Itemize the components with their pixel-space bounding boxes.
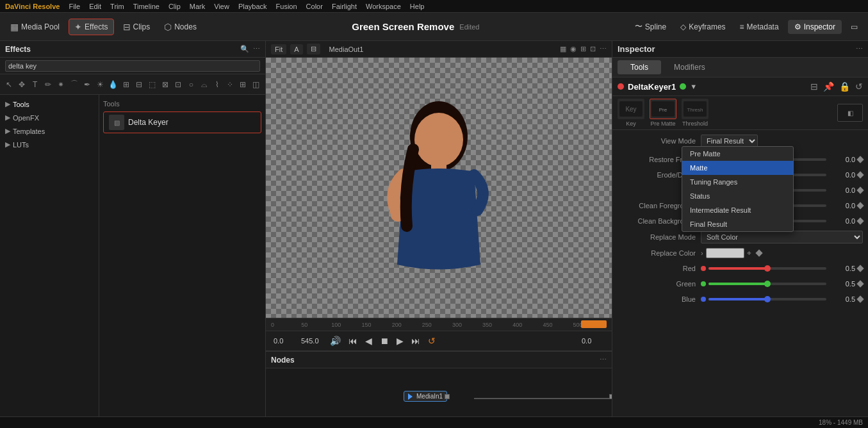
lock-node-icon[interactable]: 🔒 xyxy=(839,81,850,92)
replace-color-keyframe[interactable] xyxy=(755,249,762,256)
curve-tool[interactable]: ⌓ xyxy=(199,77,209,92)
circle-mask-tool[interactable]: ○ xyxy=(186,77,196,92)
thumb-threshold[interactable]: Thresh Threshold xyxy=(682,99,708,127)
clean-bg-keyframe[interactable] xyxy=(856,217,864,224)
green-track[interactable] xyxy=(708,283,826,285)
preview-fit-icon[interactable]: ⊡ xyxy=(590,45,596,53)
erode-dilate-keyframe[interactable] xyxy=(856,171,864,178)
blur-keyframe[interactable] xyxy=(856,186,864,193)
tree-item-tools[interactable]: ▶ Tools xyxy=(0,97,99,111)
red-track[interactable] xyxy=(708,267,826,270)
dropdown-intermediate-result[interactable]: Intermediate Result xyxy=(682,203,793,217)
pen-tool[interactable]: ✒ xyxy=(82,77,92,92)
menu-fairlight[interactable]: Fairlight xyxy=(332,3,357,10)
restore-fringe-keyframe[interactable] xyxy=(856,156,864,163)
thumb-key[interactable]: Key Key xyxy=(618,99,644,127)
media-pool-button[interactable]: ▦ Media Pool xyxy=(5,19,65,35)
replace-color-swatch[interactable] xyxy=(706,248,744,258)
menu-edit[interactable]: Edit xyxy=(89,3,101,10)
move-tool[interactable]: ✥ xyxy=(17,77,27,92)
fill-tool[interactable]: ⊠ xyxy=(160,77,170,92)
menu-view[interactable]: View xyxy=(214,3,229,10)
dropdown-tuning-ranges[interactable]: Tuning Ranges xyxy=(682,175,793,189)
effects-search-input[interactable] xyxy=(5,60,260,72)
green-thumb[interactable] xyxy=(764,281,771,287)
eyedropper-icon[interactable]: ⌖ xyxy=(744,247,754,259)
monitor-icon-button[interactable]: ▭ xyxy=(846,20,863,34)
tree-item-luts[interactable]: ▶ LUTs xyxy=(0,138,99,151)
tree-item-openfx[interactable]: ▶ OpenFX xyxy=(0,111,99,124)
effects-search-icon[interactable]: 🔍 xyxy=(240,45,249,53)
menu-file[interactable]: File xyxy=(69,3,80,10)
eraser-tool[interactable]: ◫ xyxy=(251,77,261,92)
grid-tool[interactable]: ⊞ xyxy=(238,77,248,92)
mask-tool[interactable]: ⬚ xyxy=(147,77,157,92)
preview-toggle-a[interactable]: A xyxy=(290,44,302,54)
spline-button[interactable]: 〜 Spline xyxy=(630,19,671,35)
select-tool[interactable]: ↖ xyxy=(4,77,14,92)
skip-to-end-btn[interactable]: ⏭ xyxy=(410,334,422,347)
nodes-more-icon[interactable]: ⋯ xyxy=(600,356,607,364)
menu-clip[interactable]: Clip xyxy=(168,3,181,10)
green-keyframe[interactable] xyxy=(856,280,864,287)
drop-tool[interactable]: 💧 xyxy=(108,77,118,92)
green-slider[interactable] xyxy=(701,281,826,286)
clips-button[interactable]: ⊟ Clips xyxy=(118,19,156,35)
dropdown-pre-matte[interactable]: Pre Matte xyxy=(682,147,793,161)
clean-fg-keyframe[interactable] xyxy=(856,202,864,209)
inspector-more-icon[interactable]: ⋯ xyxy=(856,45,863,53)
scatter-tool[interactable]: ⁘ xyxy=(225,77,235,92)
play-fwd-btn[interactable]: ▶ xyxy=(395,334,405,347)
menu-trim[interactable]: Trim xyxy=(110,3,124,10)
menu-workspace[interactable]: Workspace xyxy=(366,3,401,10)
paint-tool[interactable]: ✏ xyxy=(43,77,53,92)
blue-thumb[interactable] xyxy=(764,296,771,302)
keyframes-button[interactable]: ◇ Keyframes xyxy=(675,20,730,34)
nodes-button[interactable]: ⬡ Nodes xyxy=(159,19,202,35)
delta-keyer-item[interactable]: ▧ Delta Keyer xyxy=(103,111,261,133)
menu-mark[interactable]: Mark xyxy=(190,3,205,10)
dropdown-status[interactable]: Status xyxy=(682,189,793,203)
copy-node-icon[interactable]: ⊟ xyxy=(810,81,818,92)
preview-view-icon[interactable]: ▦ xyxy=(560,45,566,53)
blue-track[interactable] xyxy=(708,298,826,300)
red-slider[interactable] xyxy=(701,266,826,271)
warp-tool[interactable]: ⌇ xyxy=(212,77,222,92)
inspector-tab-modifiers[interactable]: Modifiers xyxy=(661,60,718,74)
inspector-tab-tools[interactable]: Tools xyxy=(618,60,661,74)
audio-toggle-btn[interactable]: 🔊 xyxy=(329,334,342,347)
preview-more-icon[interactable]: ⋯ xyxy=(600,45,607,53)
preview-grid-icon[interactable]: ⊞ xyxy=(580,45,586,53)
copy-tool[interactable]: ⊞ xyxy=(121,77,131,92)
brand-logo[interactable]: DaVinci Resolve xyxy=(5,3,60,10)
menu-playback[interactable]: Playback xyxy=(238,3,267,10)
reset-node-icon[interactable]: ↺ xyxy=(855,81,863,92)
menu-color[interactable]: Color xyxy=(306,3,323,10)
arc-tool[interactable]: ⌒ xyxy=(69,77,79,92)
transform-tool[interactable]: ⊡ xyxy=(173,77,183,92)
fit-button[interactable]: Fit xyxy=(271,44,286,54)
menu-fusion[interactable]: Fusion xyxy=(276,3,297,10)
red-thumb[interactable] xyxy=(764,265,771,272)
menu-help[interactable]: Help xyxy=(410,3,425,10)
effects-button[interactable]: ✦ Effects xyxy=(69,19,113,35)
view-mode-select[interactable]: Final Result xyxy=(701,135,758,147)
red-keyframe[interactable] xyxy=(856,265,864,272)
node-dropdown-arrow[interactable]: ▼ xyxy=(690,83,697,90)
menu-timeline[interactable]: Timeline xyxy=(133,3,160,10)
play-back-btn[interactable]: ◀ xyxy=(364,334,373,347)
blue-keyframe[interactable] xyxy=(856,295,864,302)
text-tool[interactable]: T xyxy=(30,77,40,92)
preview-overlay-icon[interactable]: ◉ xyxy=(570,45,577,53)
blue-slider[interactable] xyxy=(701,297,826,302)
pin-node-icon[interactable]: 📌 xyxy=(823,81,834,92)
stop-btn[interactable]: ⏹ xyxy=(379,334,390,347)
preview-toggle-b[interactable]: ⊟ xyxy=(307,44,320,54)
loop-btn[interactable]: ↺ xyxy=(427,334,437,347)
dropdown-matte[interactable]: Matte xyxy=(682,161,793,175)
replace-mode-select[interactable]: Soft Color xyxy=(701,231,863,243)
particle-tool[interactable]: ⁕ xyxy=(56,77,66,92)
dropdown-final-result[interactable]: Final Result xyxy=(682,217,793,231)
align-tool[interactable]: ⊟ xyxy=(134,77,144,92)
skip-to-start-btn[interactable]: ⏮ xyxy=(347,334,359,347)
